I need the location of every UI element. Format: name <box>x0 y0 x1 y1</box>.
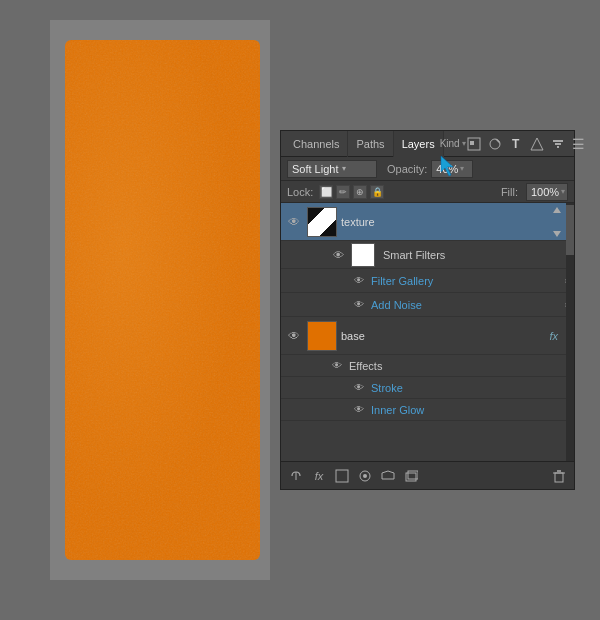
canvas-area <box>50 20 270 580</box>
panel-tabs-row: Channels Paths Layers Kind ▾ T <box>281 131 574 157</box>
smart-filters-row: 👁 Smart Filters <box>281 241 574 269</box>
opacity-label: Opacity: <box>387 163 427 175</box>
effects-label: Effects <box>349 360 382 372</box>
blend-mode-select[interactable]: Soft Light ▾ <box>287 160 377 178</box>
toolbar-adjustment-icon[interactable] <box>333 467 351 485</box>
tab-layers[interactable]: Layers <box>394 131 444 157</box>
icon-filter[interactable] <box>549 135 567 153</box>
svg-marker-7 <box>553 207 561 213</box>
eye-icon-filter-gallery[interactable]: 👁 <box>351 273 367 289</box>
toolbar-mask-icon[interactable] <box>356 467 374 485</box>
icon-image[interactable] <box>465 135 483 153</box>
fill-input[interactable]: 100% ▾ <box>526 183 568 201</box>
scrollbar-thumb[interactable] <box>566 205 574 255</box>
icon-shape[interactable] <box>528 135 546 153</box>
layers-list: 👁 texture 👁 Smart Filters 👁 Filter <box>281 203 574 461</box>
layer-name-base: base <box>341 330 545 342</box>
svg-rect-1 <box>470 141 474 145</box>
eye-icon-add-noise[interactable]: 👁 <box>351 297 367 313</box>
svg-rect-5 <box>555 143 561 145</box>
toolbar-group-icon[interactable] <box>379 467 397 485</box>
svg-rect-4 <box>553 140 563 142</box>
smart-filters-label: Smart Filters <box>383 249 445 261</box>
kind-dropdown[interactable]: Kind ▾ <box>444 135 462 153</box>
bottom-toolbar: fx <box>281 461 574 489</box>
lock-icons-group: ⬜ ✏ ⊕ 🔒 <box>319 185 384 199</box>
toolbar-new-layer-icon[interactable] <box>402 467 420 485</box>
toolbar-link-icon[interactable] <box>287 467 305 485</box>
effects-row: 👁 Effects <box>281 355 574 377</box>
filter-gallery-row[interactable]: 👁 Filter Gallery ≡ <box>281 269 574 293</box>
eye-icon-inner-glow[interactable]: 👁 <box>351 402 367 418</box>
layer-row-texture[interactable]: 👁 texture <box>281 203 574 241</box>
thumb-smart <box>351 243 375 267</box>
thumb-base <box>307 321 337 351</box>
add-noise-label: Add Noise <box>371 299 422 311</box>
svg-marker-8 <box>553 231 561 237</box>
filter-gallery-label: Filter Gallery <box>371 275 433 287</box>
lock-label: Lock: <box>287 186 313 198</box>
stroke-label: Stroke <box>371 382 403 394</box>
toolbar-fx-icon[interactable]: fx <box>310 467 328 485</box>
eye-icon-base[interactable]: 👁 <box>285 327 303 345</box>
layer-row-base[interactable]: 👁 base fx <box>281 317 574 355</box>
panel-menu-icon[interactable]: ☰ <box>570 135 588 153</box>
tab-channels[interactable]: Channels <box>285 131 348 157</box>
add-noise-row[interactable]: 👁 Add Noise ≡ <box>281 293 574 317</box>
stroke-effect-row[interactable]: 👁 Stroke <box>281 377 574 399</box>
layer-fx-base: fx <box>549 330 558 342</box>
lock-all-icon[interactable]: 🔒 <box>370 185 384 199</box>
scrollbar-track <box>566 203 574 461</box>
eye-icon-effects[interactable]: 👁 <box>329 358 345 374</box>
scroll-arrows <box>552 203 562 241</box>
inner-glow-label: Inner Glow <box>371 404 424 416</box>
inner-glow-effect-row[interactable]: 👁 Inner Glow <box>281 399 574 421</box>
layers-panel: Channels Paths Layers Kind ▾ T <box>280 130 575 490</box>
lock-fill-row: Lock: ⬜ ✏ ⊕ 🔒 Fill: 100% ▾ <box>281 181 574 203</box>
svg-marker-3 <box>531 138 543 150</box>
tab-paths[interactable]: Paths <box>348 131 393 157</box>
icon-type[interactable]: T <box>507 135 525 153</box>
eye-icon-texture[interactable]: 👁 <box>285 213 303 231</box>
fill-label: Fill: <box>501 186 518 198</box>
lock-move-icon[interactable]: ⊕ <box>353 185 367 199</box>
panel-icon-group: Kind ▾ T ☰ <box>444 135 588 153</box>
toolbar-delete-icon[interactable] <box>550 467 568 485</box>
blend-opacity-row: Soft Light ▾ Opacity: 40% ▾ <box>281 157 574 181</box>
svg-rect-6 <box>557 146 559 148</box>
svg-point-12 <box>363 474 367 478</box>
blend-mode-arrow: ▾ <box>342 164 346 173</box>
lock-transparent-icon[interactable]: ⬜ <box>319 185 333 199</box>
icon-adjust[interactable] <box>486 135 504 153</box>
svg-rect-15 <box>555 473 563 482</box>
layer-name-texture: texture <box>341 216 570 228</box>
svg-rect-10 <box>336 470 348 482</box>
orange-canvas <box>65 40 260 560</box>
thumb-texture <box>307 207 337 237</box>
eye-icon-smart-filters[interactable]: 👁 <box>329 246 347 264</box>
lock-paint-icon[interactable]: ✏ <box>336 185 350 199</box>
eye-icon-stroke[interactable]: 👁 <box>351 380 367 396</box>
